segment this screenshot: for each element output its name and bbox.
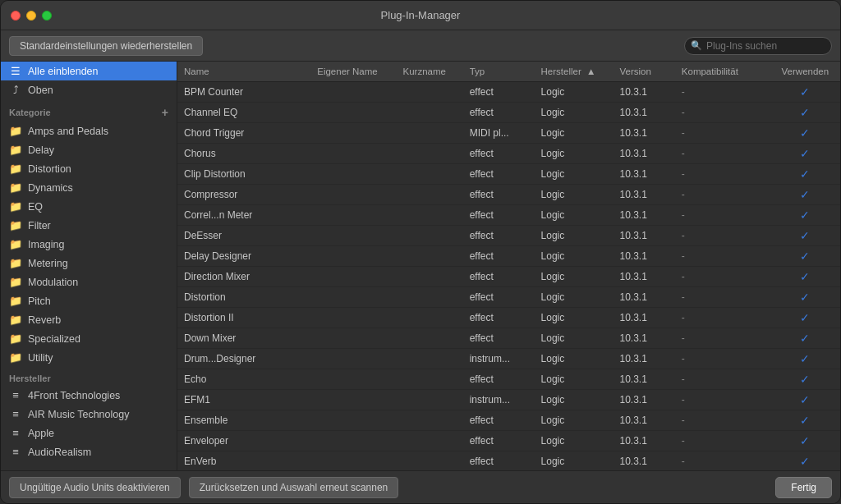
col-header-kurz[interactable]: Kurzname (397, 62, 463, 82)
col-header-kompatibilitaet[interactable]: Kompatibilität (675, 62, 770, 82)
col-header-typ[interactable]: Typ (463, 62, 535, 82)
sidebar-item-eq[interactable]: 📁 EQ (1, 197, 177, 216)
sidebar-item-utility[interactable]: 📁 Utility (1, 348, 177, 367)
cell-version: 10.3.1 (614, 287, 675, 308)
col-header-eigener[interactable]: Eigener Name (310, 62, 396, 82)
table-row[interactable]: Correl...n Meter effect Logic 10.3.1 - ✓ (177, 205, 840, 226)
check-icon: ✓ (800, 229, 810, 242)
table-row[interactable]: Delay Designer effect Logic 10.3.1 - ✓ (177, 246, 840, 267)
table-row[interactable]: EFM1 instrum... Logic 10.3.1 - ✓ (177, 390, 840, 410)
cell-eigener (310, 369, 396, 390)
sidebar-item-alle[interactable]: ☰ Alle einblenden (1, 62, 177, 80)
cell-verwenden[interactable]: ✓ (770, 349, 840, 369)
cell-verwenden[interactable]: ✓ (770, 287, 840, 308)
sidebar-item-audiorealism[interactable]: ≡ AudioRealism (1, 442, 177, 461)
cell-version: 10.3.1 (614, 164, 675, 185)
maximize-button[interactable] (42, 11, 52, 21)
cell-version: 10.3.1 (614, 205, 675, 226)
close-button[interactable] (11, 11, 21, 21)
cell-verwenden[interactable]: ✓ (770, 226, 840, 246)
restore-defaults-button[interactable]: Standardeinstellungen wiederherstellen (9, 36, 203, 56)
add-category-button[interactable]: + (162, 106, 168, 119)
table-row[interactable]: Channel EQ effect Logic 10.3.1 - ✓ (177, 103, 840, 123)
cell-kurz (397, 369, 463, 390)
plugin-table-container[interactable]: Name Eigener Name Kurzname Typ (177, 62, 840, 470)
cell-verwenden[interactable]: ✓ (770, 144, 840, 164)
list-icon: ≡ (9, 389, 22, 401)
sidebar-item-modulation[interactable]: 📁 Modulation (1, 273, 177, 291)
cell-kompatibilitaet: - (675, 123, 770, 144)
sidebar-item-dynamics[interactable]: 📁 Dynamics (1, 178, 177, 197)
table-row[interactable]: Echo effect Logic 10.3.1 - ✓ (177, 369, 840, 390)
cell-verwenden[interactable]: ✓ (770, 164, 840, 185)
sidebar-item-4front[interactable]: ≡ 4Front Technologies (1, 386, 177, 405)
sidebar-item-amps[interactable]: 📁 Amps and Pedals (1, 121, 177, 140)
sidebar-item-pitch[interactable]: 📁 Pitch (1, 291, 177, 310)
table-row[interactable]: Distortion II effect Logic 10.3.1 - ✓ (177, 308, 840, 328)
rescan-button[interactable]: Zurücksetzen und Auswahl erneut scannen (189, 477, 398, 498)
table-row[interactable]: Down Mixer effect Logic 10.3.1 - ✓ (177, 328, 840, 349)
cell-verwenden[interactable]: ✓ (770, 246, 840, 267)
sidebar-item-filter[interactable]: 📁 Filter (1, 216, 177, 235)
table-row[interactable]: Chord Trigger MIDI pl... Logic 10.3.1 - … (177, 123, 840, 144)
sidebar-label-delay: Delay (28, 144, 54, 156)
table-row[interactable]: EnVerb effect Logic 10.3.1 - ✓ (177, 451, 840, 471)
table-row[interactable]: Clip Distortion effect Logic 10.3.1 - ✓ (177, 164, 840, 185)
cell-verwenden[interactable]: ✓ (770, 328, 840, 349)
cell-typ: instrum... (463, 349, 535, 369)
sidebar-item-metering[interactable]: 📁 Metering (1, 254, 177, 273)
cell-eigener (310, 451, 396, 471)
cell-verwenden[interactable]: ✓ (770, 410, 840, 431)
cell-verwenden[interactable]: ✓ (770, 123, 840, 144)
table-row[interactable]: Direction Mixer effect Logic 10.3.1 - ✓ (177, 267, 840, 287)
cell-typ: effect (463, 328, 535, 349)
search-input[interactable] (684, 37, 832, 55)
table-row[interactable]: Enveloper effect Logic 10.3.1 - ✓ (177, 431, 840, 451)
check-icon: ✓ (800, 291, 810, 304)
minimize-button[interactable] (26, 11, 36, 21)
cell-name: Down Mixer (177, 328, 310, 349)
sidebar-item-oben[interactable]: ⤴ Oben (1, 80, 177, 99)
cell-hersteller: Logic (535, 103, 614, 123)
deactivate-invalid-button[interactable]: Ungültige Audio Units deaktivieren (9, 477, 181, 498)
table-row[interactable]: Chorus effect Logic 10.3.1 - ✓ (177, 144, 840, 164)
col-header-verwenden[interactable]: Verwenden (770, 62, 840, 82)
sidebar-item-air[interactable]: ≡ AIR Music Technology (1, 405, 177, 424)
col-header-hersteller[interactable]: Hersteller ▲ (535, 62, 614, 82)
cell-verwenden[interactable]: ✓ (770, 431, 840, 451)
col-header-name[interactable]: Name (177, 62, 310, 82)
cell-kurz (397, 287, 463, 308)
cell-kurz (397, 451, 463, 471)
cell-verwenden[interactable]: ✓ (770, 205, 840, 226)
sidebar-item-distortion[interactable]: 📁 Distortion (1, 159, 177, 178)
sidebar-item-apple[interactable]: ≡ Apple (1, 424, 177, 442)
table-row[interactable]: BPM Counter effect Logic 10.3.1 - ✓ (177, 82, 840, 103)
cell-verwenden[interactable]: ✓ (770, 390, 840, 410)
cell-verwenden[interactable]: ✓ (770, 82, 840, 103)
sidebar-item-specialized[interactable]: 📁 Specialized (1, 329, 177, 348)
cell-verwenden[interactable]: ✓ (770, 267, 840, 287)
cell-hersteller: Logic (535, 246, 614, 267)
cell-verwenden[interactable]: ✓ (770, 103, 840, 123)
sidebar-item-reverb[interactable]: 📁 Reverb (1, 310, 177, 329)
sidebar-item-delay[interactable]: 📁 Delay (1, 140, 177, 159)
cell-kompatibilitaet: - (675, 144, 770, 164)
table-row[interactable]: Distortion effect Logic 10.3.1 - ✓ (177, 287, 840, 308)
sidebar-label-eq: EQ (28, 201, 43, 213)
table-row[interactable]: Ensemble effect Logic 10.3.1 - ✓ (177, 410, 840, 431)
sidebar-label-apple: Apple (28, 428, 54, 439)
cell-verwenden[interactable]: ✓ (770, 451, 840, 471)
cell-verwenden[interactable]: ✓ (770, 369, 840, 390)
check-icon: ✓ (800, 106, 810, 119)
table-row[interactable]: DeEsser effect Logic 10.3.1 - ✓ (177, 226, 840, 246)
cell-verwenden[interactable]: ✓ (770, 185, 840, 205)
list-icon: ≡ (9, 446, 22, 458)
table-row[interactable]: Drum...Designer instrum... Logic 10.3.1 … (177, 349, 840, 369)
done-button[interactable]: Fertig (775, 477, 832, 498)
cell-verwenden[interactable]: ✓ (770, 308, 840, 328)
table-row[interactable]: Compressor effect Logic 10.3.1 - ✓ (177, 185, 840, 205)
cell-kurz (397, 123, 463, 144)
folder-icon: 📁 (9, 314, 22, 326)
sidebar-item-imaging[interactable]: 📁 Imaging (1, 235, 177, 254)
col-header-version[interactable]: Version (614, 62, 675, 82)
